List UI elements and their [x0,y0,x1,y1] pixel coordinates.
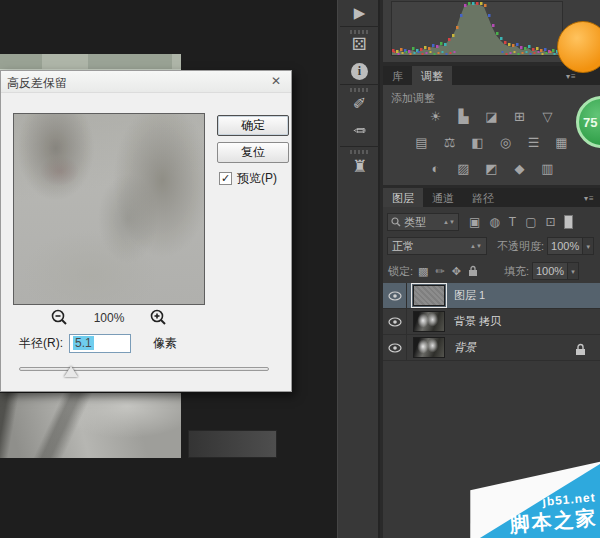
layer-name[interactable]: 背景 拷贝 [454,314,501,329]
eye-icon [388,291,402,301]
fill-label: 填充: [504,264,529,279]
layer-thumbnail[interactable] [413,311,445,332]
opacity-value[interactable]: 100% [547,237,583,255]
panel-menu-icon[interactable]: ▾≡ [566,72,577,81]
tab-layers[interactable]: 图层 [383,188,423,207]
levels-icon[interactable]: ▙ [455,109,472,124]
curves-icon[interactable]: ◪ [483,109,500,124]
dialog-titlebar[interactable]: 高反差保留 ✕ [1,71,291,93]
dropdown-arrows-icon: ▲▼ [470,243,482,249]
layer-row-background[interactable]: 背景 [383,335,600,361]
threshold-icon[interactable]: ◩ [483,161,500,176]
radius-label: 半径(R): [19,335,63,352]
tab-paths[interactable]: 路径 [463,188,503,207]
channel-mixer-icon[interactable]: ☰ [525,135,542,150]
info-icon[interactable]: i [338,61,381,80]
filter-type-layers-icon[interactable]: T [509,215,516,229]
green-badge-value: 75 [583,115,597,130]
visibility-toggle[interactable] [383,283,407,309]
reset-button[interactable]: 复位 [217,142,289,163]
brightness-contrast-icon[interactable]: ☀ [427,109,444,124]
layers-tabbar: 图层 通道 路径 [383,188,600,207]
invert-icon[interactable]: ◐ [427,161,444,176]
lock-label: 锁定: [388,264,413,279]
lock-all-icon[interactable] [468,265,478,277]
blend-mode-value: 正常 [392,239,414,254]
kind-label: 类型 [404,215,426,230]
dropdown-arrows-icon: ▲▼ [443,219,455,225]
histogram-plot [391,1,563,56]
brush-settings-icon[interactable]: ✏ [338,122,381,140]
color-balance-icon[interactable]: ⚖ [441,135,458,150]
blend-mode-dropdown[interactable]: 正常 ▲▼ [387,237,487,255]
lock-position-icon[interactable]: ✥ [452,265,461,278]
filter-adjustment-layers-icon[interactable]: ◍ [489,215,499,229]
zoom-out-icon[interactable] [51,309,68,326]
radius-value: 5.1 [73,336,94,350]
eye-icon [388,343,402,353]
filter-smart-objects-icon[interactable]: ⊡ [546,215,556,229]
preview-checkbox[interactable]: ✓ [219,172,232,185]
layer-row-layer1[interactable]: 图层 1 [383,283,600,309]
exposure-icon[interactable]: ⊞ [511,109,528,124]
watermark: jb51.net 脚本之家 [462,461,600,538]
brush-presets-icon[interactable]: ✐ [338,94,381,113]
clone-source-icon[interactable]: ♜ [338,156,381,177]
fill-dropdown-arrow[interactable]: ▾ [568,262,579,280]
zoom-level: 100% [94,311,125,325]
black-white-icon[interactable]: ◧ [469,135,486,150]
panel-region: 库 调整 ▾≡ 添加调整 ☀ ▙ ◪ ⊞ ▽ ▤ ⚖ ◧ ◎ ☰ ▦ ◐ ▨ ◩… [380,0,600,538]
layer-thumbnail[interactable] [413,285,445,306]
filter-shape-layers-icon[interactable]: ▢ [525,215,536,229]
background-lock-icon [575,342,586,360]
tab-libraries[interactable]: 库 [383,66,412,85]
high-pass-preview-image [14,114,204,304]
hue-saturation-icon[interactable]: ▤ [413,135,430,150]
color-lookup-icon[interactable]: ▦ [553,135,570,150]
opacity-label: 不透明度: [497,239,544,254]
radius-input[interactable]: 5.1 [69,334,131,353]
filter-pixel-layers-icon[interactable]: ▣ [469,215,480,229]
lock-image-icon[interactable]: ✏ [435,265,444,278]
filter-preview[interactable] [13,113,205,305]
eye-icon [388,317,402,327]
high-pass-dialog: 高反差保留 ✕ 确定 复位 ✓ 预览(P) 100% 半径(R): 5.1 像素 [0,70,292,392]
zoom-in-icon[interactable] [150,309,167,326]
orange-badge[interactable] [557,21,600,73]
fill-value[interactable]: 100% [532,262,568,280]
photo-filter-icon[interactable]: ◎ [497,135,514,150]
layer-filter-kind-dropdown[interactable]: 类型 ▲▼ [387,213,459,231]
radius-slider-thumb[interactable] [64,366,78,377]
ok-button[interactable]: 确定 [217,115,289,136]
lock-transparency-icon[interactable]: ▩ [418,265,428,278]
add-adjustment-label: 添加调整 [391,91,435,106]
preview-checkbox-label: 预览(P) [237,170,277,187]
posterize-icon[interactable]: ▨ [455,161,472,176]
vibrance-icon[interactable]: ▽ [539,109,556,124]
dock-grip[interactable] [350,150,369,154]
gradient-map-icon[interactable]: ◆ [511,161,528,176]
layer-name[interactable]: 背景 [454,340,476,355]
gradient-swatch [188,430,277,458]
canvas-image-bottom [0,393,181,458]
visibility-toggle[interactable] [383,309,407,335]
radius-slider[interactable] [19,367,269,371]
layer-thumbnail[interactable] [413,337,445,358]
layer-name[interactable]: 图层 1 [454,288,485,303]
layer-row-background-copy[interactable]: 背景 拷贝 [383,309,600,335]
panel-dock: ▶ ⚄ i ✐ ✏ ♜ [337,0,380,538]
actions-play-icon[interactable]: ▶ [338,4,381,22]
opacity-dropdown-arrow[interactable]: ▾ [583,237,594,255]
dialog-title: 高反差保留 [7,75,67,92]
close-icon[interactable]: ✕ [271,74,281,88]
dock-grip[interactable] [350,88,369,92]
layer-filter-toggle[interactable] [564,215,573,229]
layers-panel-menu-icon[interactable]: ▾≡ [584,194,595,203]
tab-adjustments[interactable]: 调整 [412,66,452,85]
tab-channels[interactable]: 通道 [423,188,463,207]
canvas-image-top-strip [0,54,181,70]
selective-color-icon[interactable]: ▥ [539,161,556,176]
visibility-toggle[interactable] [383,335,407,361]
styles-icon[interactable]: ⚄ [338,34,381,55]
adjustments-panel: 添加调整 ☀ ▙ ◪ ⊞ ▽ ▤ ⚖ ◧ ◎ ☰ ▦ ◐ ▨ ◩ ◆ ▥ [383,85,600,185]
